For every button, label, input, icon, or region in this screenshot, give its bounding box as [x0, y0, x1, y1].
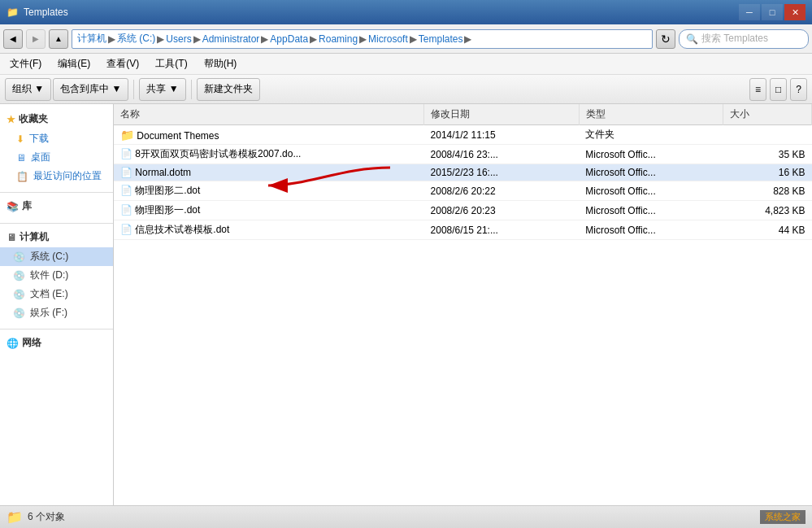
doc-icon: 📄 — [120, 185, 132, 196]
path-item-computer[interactable]: 计算机 — [77, 32, 106, 46]
sidebar-divider3 — [0, 329, 113, 329]
maximize-button[interactable]: □ — [762, 4, 783, 20]
file-modified: 2008/4/16 23:... — [424, 145, 580, 164]
drive-d-icon: 💿 — [13, 270, 25, 281]
sidebar-divider1 — [0, 192, 113, 193]
sidebar-item-d-drive[interactable]: 💿 软件 (D:) — [0, 266, 113, 285]
menu-help[interactable]: 帮助(H) — [198, 55, 244, 72]
up-button[interactable]: ▲ — [49, 29, 68, 49]
network-header: 🌐 网络 — [0, 333, 113, 353]
doc-icon: 📄 — [120, 148, 132, 159]
file-type: Microsoft Offic... — [579, 201, 723, 220]
toolbar-separator2 — [191, 80, 192, 99]
desktop-icon: 🖥 — [16, 152, 26, 164]
network-icon: 🌐 — [7, 338, 19, 349]
refresh-button[interactable]: ↻ — [656, 29, 675, 49]
titlebar-left: 📁 Templates — [7, 7, 68, 18]
search-placeholder: 搜索 Templates — [701, 32, 768, 46]
doc-icon: 📄 — [120, 204, 132, 216]
drive-e-icon: 💿 — [13, 289, 25, 300]
file-modified: 2008/2/6 20:23 — [424, 201, 580, 220]
doc-icon: 📄 — [120, 224, 132, 235]
file-size: 828 KB — [723, 181, 811, 201]
table-row[interactable]: 📄 Normal.dotm 2015/2/23 16:... Microsoft… — [114, 164, 812, 181]
sidebar-item-f-drive[interactable]: 💿 娱乐 (F:) — [0, 303, 113, 322]
path-item-appdata[interactable]: AppData — [270, 33, 308, 45]
file-type: 文件夹 — [579, 125, 723, 145]
sidebar-item-desktop[interactable]: 🖥 桌面 — [0, 148, 113, 167]
file-name: 📄 信息技术试卷模板.dot — [114, 220, 424, 240]
menu-edit[interactable]: 编辑(E) — [51, 55, 97, 72]
menu-file[interactable]: 文件(F) — [3, 55, 48, 72]
path-item-roaming[interactable]: Roaming — [319, 33, 358, 45]
path-item-admin[interactable]: Administrator — [202, 33, 260, 45]
file-modified: 2015/2/23 16:... — [424, 164, 580, 181]
sidebar-item-c-drive[interactable]: 💿 系统 (C:) — [0, 247, 113, 266]
sidebar-item-recent[interactable]: 📋 最近访问的位置 — [0, 167, 113, 185]
search-box[interactable]: 🔍 搜索 Templates — [679, 29, 809, 49]
path-item-microsoft[interactable]: Microsoft — [368, 33, 408, 45]
file-name: 📄 8开双面双页码密封试卷模板2007.do... — [114, 145, 424, 164]
sidebar-item-e-drive[interactable]: 💿 文档 (E:) — [0, 285, 113, 303]
view-mode-button[interactable]: ≡ — [749, 78, 766, 101]
doc-icon: 📄 — [120, 167, 132, 178]
col-size[interactable]: 大小 — [723, 104, 811, 125]
content-wrapper: 名称 修改日期 类型 大小 📁 Document Themes 2014/1/2… — [114, 104, 812, 505]
libraries-section: 📚 库 — [0, 196, 113, 216]
addressbar: ◀ ▶ ▲ 计算机 ▶ 系统 (C:) ▶ Users ▶ Administra… — [0, 24, 812, 54]
file-name: 📁 Document Themes — [114, 125, 424, 145]
back-button[interactable]: ◀ — [3, 29, 23, 49]
star-icon: ★ — [7, 114, 15, 125]
file-content: 名称 修改日期 类型 大小 📁 Document Themes 2014/1/2… — [114, 104, 812, 240]
status-folder-icon: 📁 — [7, 509, 23, 525]
table-row[interactable]: 📄 物理图形一.dot 2008/2/6 20:23 Microsoft Off… — [114, 201, 812, 220]
file-name: 📄 物理图形二.dot — [114, 181, 424, 201]
close-button[interactable]: ✕ — [784, 4, 805, 20]
titlebar-title: Templates — [24, 7, 68, 18]
favorites-section: ★ 收藏夹 ⬇ 下载 🖥 桌面 📋 最近访问的位置 — [0, 109, 113, 185]
sidebar-item-download[interactable]: ⬇ 下载 — [0, 129, 113, 148]
col-type[interactable]: 类型 — [579, 104, 723, 125]
path-item-c[interactable]: 系统 (C:) — [117, 32, 155, 46]
file-name: 📄 Normal.dotm — [114, 164, 424, 181]
watermark-text: 系统之家 — [760, 510, 805, 524]
path-item-templates[interactable]: Templates — [419, 33, 463, 45]
search-icon: 🔍 — [686, 33, 698, 45]
folder-icon: 📁 — [120, 129, 134, 142]
table-row[interactable]: 📁 Document Themes 2014/1/2 11:15 文件夹 — [114, 125, 812, 145]
share-button[interactable]: 共享 ▼ — [139, 78, 185, 101]
table-row[interactable]: 📄 8开双面双页码密封试卷模板2007.do... 2008/4/16 23:.… — [114, 145, 812, 164]
file-type: Microsoft Offic... — [579, 164, 723, 181]
file-size: 4,823 KB — [723, 201, 811, 220]
favorites-header: ★ 收藏夹 — [0, 109, 113, 129]
forward-button[interactable]: ▶ — [26, 29, 46, 49]
preview-button[interactable]: □ — [770, 78, 787, 101]
organize-button[interactable]: 组织 ▼ — [5, 78, 51, 101]
include-library-button[interactable]: 包含到库中 ▼ — [53, 78, 128, 101]
toolbar: 组织 ▼ 包含到库中 ▼ 共享 ▼ 新建文件夹 ≡ □ ? — [0, 75, 812, 104]
menu-tools[interactable]: 工具(T) — [149, 55, 193, 72]
file-type: Microsoft Offic... — [579, 220, 723, 240]
file-type: Microsoft Offic... — [579, 181, 723, 201]
sidebar-divider2 — [0, 223, 113, 224]
table-row[interactable]: 📄 物理图形二.dot 2008/2/6 20:22 Microsoft Off… — [114, 181, 812, 201]
menu-view[interactable]: 查看(V) — [100, 55, 145, 72]
main-layout: ★ 收藏夹 ⬇ 下载 🖥 桌面 📋 最近访问的位置 — [0, 104, 812, 505]
col-name[interactable]: 名称 — [114, 104, 424, 125]
path-item-users[interactable]: Users — [166, 33, 191, 45]
new-folder-button[interactable]: 新建文件夹 — [197, 78, 260, 101]
file-size: 35 KB — [723, 145, 811, 164]
file-list: 名称 修改日期 类型 大小 📁 Document Themes 2014/1/2… — [114, 104, 812, 240]
table-row[interactable]: 📄 信息技术试卷模板.dot 2008/6/15 21:... Microsof… — [114, 220, 812, 240]
network-section: 🌐 网络 — [0, 333, 113, 353]
file-size: 44 KB — [723, 220, 811, 240]
minimize-button[interactable]: ─ — [739, 4, 760, 20]
col-modified[interactable]: 修改日期 — [424, 104, 580, 125]
file-size — [723, 125, 811, 145]
address-path[interactable]: 计算机 ▶ 系统 (C:) ▶ Users ▶ Administrator ▶ … — [72, 29, 653, 49]
folder-icon: 📁 — [7, 7, 19, 18]
help-button[interactable]: ? — [790, 78, 807, 101]
window: 📁 Templates ─ □ ✕ ◀ ▶ ▲ 计算机 ▶ 系统 (C:) ▶ … — [0, 0, 812, 528]
titlebar-controls: ─ □ ✕ — [739, 4, 805, 20]
computer-section: 🖥 计算机 💿 系统 (C:) 💿 软件 (D:) 💿 文档 (E:) 💿 — [0, 227, 113, 322]
